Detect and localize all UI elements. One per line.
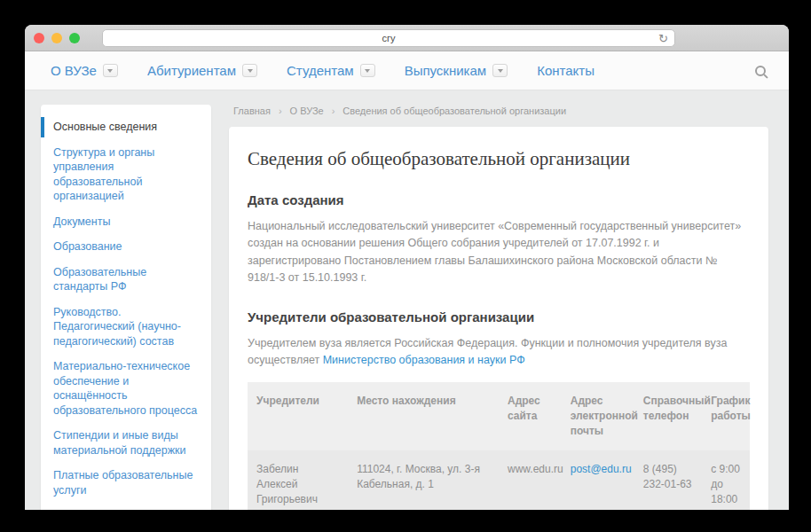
table-row: Забелин Алексей Григорьевич 111024, г. М… xyxy=(248,450,750,510)
url-text: сгу xyxy=(382,33,395,43)
col-header-location: Место нахождения xyxy=(348,382,499,450)
nav-item-students[interactable]: Студентам xyxy=(287,63,375,78)
nav-label: Студентам xyxy=(287,63,354,78)
founders-table: Учредители Место нахождения Адрес сайта … xyxy=(248,382,750,510)
sidebar-item-facilities[interactable]: Материально-техническое обеспечение и ос… xyxy=(41,354,211,423)
page-content: Основные сведения Структура и органы упр… xyxy=(25,90,789,510)
sidebar-item-standards[interactable]: Образовательные стандарты РФ xyxy=(41,260,211,300)
dropdown-toggle[interactable] xyxy=(492,64,508,77)
main-column: Главная › О ВУЗе › Сведения об общеобраз… xyxy=(229,103,768,510)
breadcrumb-current: Сведения об общеобразовательной организа… xyxy=(343,106,566,116)
nav-item-alumni[interactable]: Выпускникам xyxy=(405,63,508,78)
sidebar-menu-card: Основные сведения Структура и органы упр… xyxy=(41,105,211,510)
reload-icon[interactable]: ↻ xyxy=(658,32,668,45)
sidebar-item-leadership[interactable]: Руководство. Педагогический (научно-педа… xyxy=(41,300,211,355)
chevron-down-icon xyxy=(107,69,113,73)
nav-label: Выпускникам xyxy=(405,63,487,78)
nav-label: Абитуриентам xyxy=(147,63,236,78)
breadcrumb-separator: › xyxy=(332,106,335,116)
search-icon[interactable] xyxy=(755,66,766,76)
zoom-window-button[interactable] xyxy=(69,33,80,43)
col-header-phone: Справочный телефон xyxy=(634,382,702,450)
section-heading-creation-date: Дата создания xyxy=(248,192,750,207)
chevron-down-icon xyxy=(365,69,370,73)
sidebar-item-documents[interactable]: Документы xyxy=(41,209,211,235)
email-link[interactable]: post@edu.ru xyxy=(571,463,632,475)
founders-text: Учредителем вуза является Российская Фед… xyxy=(248,335,750,370)
close-window-button[interactable] xyxy=(34,33,44,43)
cell-website: www.edu.ru xyxy=(499,450,562,510)
col-header-founders: Учредители xyxy=(248,382,348,450)
browser-titlebar: сгу ↻ xyxy=(25,25,789,51)
breadcrumb-home[interactable]: Главная xyxy=(233,106,271,116)
breadcrumb: Главная › О ВУЗе › Сведения об общеобраз… xyxy=(229,103,768,116)
breadcrumb-about[interactable]: О ВУЗе xyxy=(290,106,324,116)
dropdown-toggle[interactable] xyxy=(360,64,375,77)
page-title: Сведения об общеобразовательной организа… xyxy=(248,148,750,170)
nav-label: О ВУЗе xyxy=(51,63,97,78)
chevron-down-icon xyxy=(498,69,503,73)
minimize-window-button[interactable] xyxy=(51,33,62,43)
table-header-row: Учредители Место нахождения Адрес сайта … xyxy=(248,382,750,450)
sidebar-item-structure[interactable]: Структура и органы управления образовате… xyxy=(41,140,211,209)
main-content-card: Сведения об общеобразовательной организа… xyxy=(229,127,768,510)
cell-address: 111024, г. Москва, ул. 3-я Кабельная, д.… xyxy=(348,450,499,510)
sidebar-item-paid-services[interactable]: Платные образовательные услуги xyxy=(41,463,211,503)
nav-item-about[interactable]: О ВУЗе xyxy=(51,63,118,78)
chevron-down-icon xyxy=(248,69,253,73)
ministry-link[interactable]: Министерство образования и науки РФ xyxy=(323,354,525,366)
site-navbar: О ВУЗе Абитуриентам Студентам Выпускника… xyxy=(25,51,789,90)
cell-founder: Забелин Алексей Григорьевич xyxy=(248,450,348,510)
dropdown-toggle[interactable] xyxy=(103,64,118,77)
browser-window: сгу ↻ О ВУЗе Абитуриентам Студентам Выпу… xyxy=(25,25,789,510)
cell-phone: 8 (495) 232-01-63 xyxy=(634,450,702,510)
section-heading-founders: Учредители образовательной организации xyxy=(248,309,750,325)
address-bar[interactable]: сгу ↻ xyxy=(102,29,675,47)
sidebar-item-education[interactable]: Образование xyxy=(41,234,211,260)
sidebar: Основные сведения Структура и органы упр… xyxy=(41,103,211,510)
breadcrumb-separator: › xyxy=(279,106,282,116)
col-header-website: Адрес сайта xyxy=(499,382,562,450)
dropdown-toggle[interactable] xyxy=(242,64,257,77)
sidebar-item-basic-info[interactable]: Основные сведения xyxy=(41,114,211,140)
cell-schedule: с 9:00 до 18:00 xyxy=(702,450,750,510)
window-controls xyxy=(34,33,80,43)
sidebar-item-scholarships[interactable]: Стипендии и иные виды материальной подде… xyxy=(41,423,211,463)
creation-date-text: Национальный исследовательский университ… xyxy=(248,218,750,287)
nav-item-contacts[interactable]: Контакты xyxy=(537,63,594,78)
col-header-schedule: График работы xyxy=(702,382,750,450)
nav-label: Контакты xyxy=(537,63,594,78)
sidebar-item-financial[interactable]: Финансово-хозяйственная деятельность xyxy=(41,503,211,510)
nav-item-applicants[interactable]: Абитуриентам xyxy=(147,63,257,78)
col-header-email: Адрес электронной почты xyxy=(562,382,634,450)
